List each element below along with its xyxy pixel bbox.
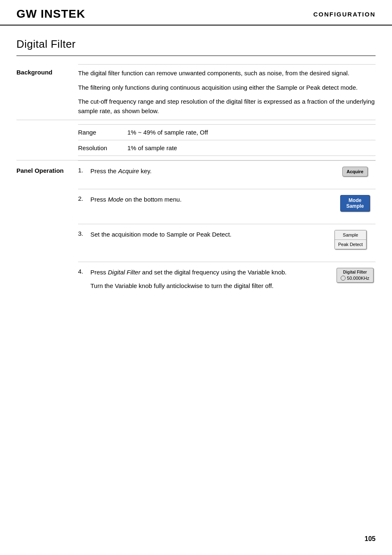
step-2-text: Press Mode on the bottom menu. [90, 195, 326, 204]
step-2-number: 2. [78, 195, 90, 202]
page-number: 105 [364, 535, 376, 543]
step-4-button: Digital Filter 50.000KHz [334, 268, 376, 283]
panel-operation-row: Panel Operation 1. Press the Acquire key… [16, 160, 376, 307]
logo-gw: GW [16, 7, 37, 20]
range-label: Range [78, 125, 127, 140]
background-label: Background [16, 65, 78, 120]
range-row-inner: Range 1% ~ 49% of sample rate, Off [78, 125, 376, 140]
logo-instek: INSTEK [41, 7, 85, 20]
step-3-number: 3. [78, 230, 90, 237]
filter-freq-value: 50.000KHz [347, 276, 369, 281]
step-4-text: Press Digital Filter and set the digital… [90, 268, 326, 290]
sample-peak-button: Sample Peak Detect [334, 230, 367, 249]
section-divider [16, 56, 376, 56]
step-3-description: Set the acquisition mode to Sample or Pe… [90, 230, 326, 239]
step-1-text: Press the Acquire key. [90, 167, 326, 176]
step-4-row: 4. Press Digital Filter and set the digi… [78, 262, 376, 290]
section-title: Digital Filter [16, 38, 376, 51]
step-4-number: 4. [78, 268, 90, 275]
step-1-keyword: Acquire [118, 167, 139, 174]
step-1-row: 1. Press the Acquire key. Acquire [78, 160, 376, 176]
step-3-text: Set the acquisition mode to Sample or Pe… [90, 230, 326, 239]
main-content: Digital Filter Background The digital fi… [0, 26, 392, 323]
step-4-description-2: Turn the Variable knob fully anticlockwi… [90, 281, 326, 291]
range-resolution-row: Range 1% ~ 49% of sample rate, Off Resol… [16, 120, 376, 160]
range-value: 1% ~ 49% of sample rate, Off [127, 125, 376, 140]
step-2-keyword: Mode [108, 196, 124, 203]
digital-filter-label: Digital Filter [340, 270, 370, 274]
doc-table: Background The digital filter function c… [16, 64, 376, 307]
resolution-label: Resolution [78, 140, 127, 156]
step-2-description: Press Mode on the bottom menu. [90, 195, 326, 204]
mode-button-bottom: Sample [346, 203, 364, 209]
sample-button-label: Sample [335, 230, 366, 240]
range-resolution-content: Range 1% ~ 49% of sample rate, Off Resol… [78, 120, 376, 160]
panel-operation-label: Panel Operation [16, 160, 78, 307]
resolution-row-inner: Resolution 1% of sample rate [78, 140, 376, 156]
step-3-row: 3. Set the acquisition mode to Sample or… [78, 224, 376, 249]
step-1-description: Press the Acquire key. [90, 167, 326, 176]
range-empty-cell [16, 120, 78, 160]
step-3-buttons: Sample Peak Detect [334, 230, 376, 249]
panel-operation-content: 1. Press the Acquire key. Acquire 2. Pre… [78, 160, 376, 307]
chapter-title: CONFIGURATION [313, 11, 376, 18]
resolution-value: 1% of sample rate [127, 140, 376, 156]
step-4-description-1: Press Digital Filter and set the digital… [90, 268, 326, 277]
background-para-3: The cut-off frequency range and step res… [78, 97, 376, 116]
step-1-number: 1. [78, 167, 90, 174]
acquire-button: Acquire [342, 167, 368, 176]
mode-button: Mode Sample [340, 195, 370, 211]
peak-detect-button-label: Peak Detect [335, 240, 366, 249]
company-logo: GW INSTEK [16, 7, 85, 21]
step-4-keyword: Digital Filter [108, 269, 141, 276]
digital-filter-freq: 50.000KHz [340, 276, 370, 281]
mode-button-top: Mode [346, 197, 364, 203]
background-row: Background The digital filter function c… [16, 65, 376, 120]
background-content: The digital filter function can remove u… [78, 65, 376, 120]
step-2-row: 2. Press Mode on the bottom menu. Mode S… [78, 189, 376, 211]
knob-icon [341, 276, 346, 281]
background-para-2: The filtering only functions during cont… [78, 83, 376, 93]
info-table: Range 1% ~ 49% of sample rate, Off Resol… [78, 124, 376, 156]
digital-filter-button: Digital Filter 50.000KHz [337, 268, 374, 283]
step-1-button: Acquire [334, 167, 376, 176]
step-2-button: Mode Sample [334, 195, 376, 211]
background-para-1: The digital filter function can remove u… [78, 69, 376, 78]
page-header: GW INSTEK CONFIGURATION [0, 0, 392, 26]
